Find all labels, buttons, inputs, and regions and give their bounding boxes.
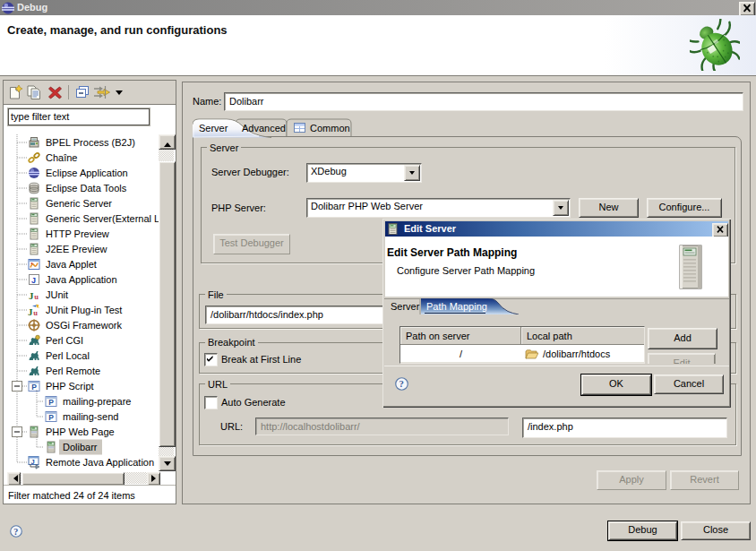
svg-text:Generic Server: Generic Server — [46, 198, 112, 209]
svg-text:PHP Script: PHP Script — [46, 381, 94, 392]
svg-text:JUnit Plug-in Test: JUnit Plug-in Test — [46, 305, 122, 315]
svg-text:mailing-send: mailing-send — [63, 411, 118, 422]
svg-text:Dolibarr: Dolibarr — [63, 442, 98, 452]
svg-text:Perl CGI: Perl CGI — [46, 335, 83, 346]
svg-text:Generic Server(External La: Generic Server(External La — [46, 213, 159, 224]
svg-text:Java Application: Java Application — [46, 274, 117, 285]
svg-text:Perl Remote: Perl Remote — [46, 366, 100, 376]
svg-text:J2EE Preview: J2EE Preview — [46, 244, 107, 254]
svg-text:Eclipse Data Tools: Eclipse Data Tools — [46, 183, 127, 194]
svg-text:mailing-prepare: mailing-prepare — [63, 396, 131, 407]
svg-text:Eclipse Application: Eclipse Application — [46, 168, 128, 178]
svg-text:?: ? — [399, 378, 404, 389]
svg-text:Remote Java Application: Remote Java Application — [46, 457, 154, 468]
svg-text:PHP Web Page: PHP Web Page — [46, 426, 115, 437]
svg-text:Perl Local: Perl Local — [46, 350, 90, 361]
svg-text:JUnit: JUnit — [46, 289, 68, 300]
svg-text:OSGi Framework: OSGi Framework — [46, 320, 122, 331]
svg-text:BPEL Process (B2J): BPEL Process (B2J) — [46, 137, 135, 148]
svg-text:Java Applet: Java Applet — [46, 259, 97, 270]
svg-text:HTTP Preview: HTTP Preview — [46, 228, 109, 239]
svg-text:?: ? — [13, 527, 18, 537]
svg-text:Chaîne: Chaîne — [46, 152, 77, 163]
